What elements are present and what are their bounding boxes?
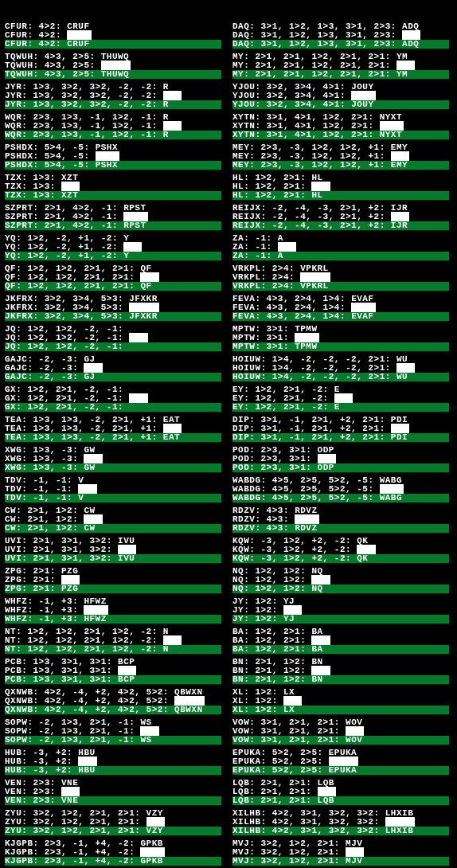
row: XILHB: 4>2, 3>1, 3>2, 3>2: LHXIB <box>232 827 449 835</box>
suffix: LHXIB <box>385 826 414 835</box>
row: KQW: -3, 1>2, +2, -2: QK <box>232 554 449 563</box>
row: HOIUW: 1>4, -2, -2, -2, 2>1: WU <box>232 373 449 381</box>
suffix: CRUF <box>67 39 89 49</box>
prefix: KQW: -3, 1>2, +2, -2: <box>232 553 357 563</box>
group-zpg: ZPG: 2>1: PZGZPG: 2>1: ZPG: 2>1: PZG <box>5 567 221 593</box>
suffix: Y <box>123 251 129 260</box>
prefix: PSHDX: 5>4, -5: <box>5 160 96 170</box>
suffix: EMY <box>391 160 408 170</box>
suffix: CW <box>84 523 95 533</box>
prefix: DIP: 3>1, -1, 2>1, +2, 2>1: <box>232 432 391 442</box>
row: PCB: 1>3, 3>1, 3>1: BCP <box>5 675 221 684</box>
suffix: IJR <box>391 221 408 230</box>
suffix: EPUKA <box>329 765 357 775</box>
row: JQ: 1>2, 1>2, -2, -1: <box>5 342 221 351</box>
prefix: MY: 2>1, 2>1, 1>2, 2>1, 2>1: <box>232 69 396 79</box>
suffix: YM <box>396 69 408 79</box>
group-hub: HUB: -3, +2: HBUHUB: -3, +2: HUB: -3, +2… <box>5 749 221 775</box>
group-gx: GX: 1>2, 2>1, -2, -1: GX: 1>2, 2>1, -2, … <box>5 385 221 412</box>
suffix: LX <box>283 705 295 714</box>
suffix: NYXT <box>380 130 402 139</box>
row: SZPRT: 2>1, 4>2, -1: RPST <box>5 221 221 230</box>
group-dip: DIP: 3>1, -1, 2>1, +2, 2>1: PDIDIP: 3>1,… <box>232 416 449 442</box>
suffix: TPMW <box>295 342 317 351</box>
suffix: PSHX <box>96 160 118 170</box>
group-kjgpb: KJGPB: 2>3, -1, +4, -2: GPKBKJGPB: 2>3, … <box>5 839 221 866</box>
row: ZPG: 2>1: PZG <box>5 585 221 593</box>
row: GAJC: -2, -3: GJ <box>5 373 221 381</box>
suffix: WOV <box>346 735 362 745</box>
group-lqb: LQB: 2>1, 2>1: LQBLQB: 2>1, 2>1: LQB: 2>… <box>232 779 449 805</box>
group-tqwuh: TQWUH: 4>3, 2>5: THUWQTQWUH: 4>3, 2>5: T… <box>5 53 221 79</box>
group-zyu: ZYU: 3>2, 1>2, 2>1, 2>1: VZYZYU: 3>2, 1>… <box>5 809 221 835</box>
row: QXNWB: 4>2, -4, +2, 4>2, 5>2: QBWXN <box>5 706 221 714</box>
group-ba: BA: 1>2, 2>1: BABA: 1>2, 2>1: BA: 1>2, 2… <box>232 628 449 654</box>
row: DIP: 3>1, -1, 2>1, +2, 2>1: PDI <box>232 433 449 442</box>
group-pod: POD: 2>3, 3>1: ODPPOD: 2>3, 3>1: POD: 2>… <box>232 446 449 472</box>
prefix: WHFZ: -1, +3: <box>5 614 84 624</box>
row: TEA: 1>3, 1>3, -2, 2>1, +1: EAT <box>5 433 221 442</box>
suffix: WS <box>140 735 151 745</box>
row: EY: 1>2, 2>1, -2: E <box>232 403 449 412</box>
row: TZX: 1>3: XZT <box>5 191 221 200</box>
prefix: JY: 1>2: <box>232 614 283 624</box>
suffix: GPKB <box>140 856 162 866</box>
prefix: HL: 1>2, 2>1: <box>232 190 311 200</box>
group-szprt: SZPRT: 2>1, 4>2, -1: RPSTSZPRT: 2>1, 4>2… <box>5 204 221 230</box>
suffix: QBWXN <box>174 705 203 714</box>
prefix: HUB: -3, +2: <box>5 765 78 775</box>
group-xytn: XYTN: 3>1, 4>1, 1>2, 2>1: NYXTXYTN: 3>1,… <box>232 113 449 139</box>
suffix: PDI <box>391 432 408 442</box>
row: BN: 2>1, 1>2: BN <box>232 675 449 684</box>
group-hoiuw: HOIUW: 1>4, -2, -2, -2, 2>1: WUHOIUW: 1>… <box>232 355 449 381</box>
prefix: FEVA: 4>3, 2>4, 1>4: <box>232 311 351 321</box>
row: TQWUH: 4>3, 2>5: THUWQ <box>5 70 221 79</box>
prefix: NQ: 1>2, 1>2: <box>232 584 311 593</box>
row: HL: 1>2, 2>1: HL <box>232 191 449 200</box>
group-sopw: SOPW: -2, 1>3, 2>1, -1: WSSOPW: -2, 1>3,… <box>5 718 221 745</box>
group-feva: FEVA: 4>3, 2>4, 1>4: EVAFFEVA: 4>3, 2>4,… <box>232 295 449 321</box>
prefix: XILHB: 4>2, 3>1, 3>2, 3>2: <box>232 826 385 835</box>
group-wqr: WQR: 2>3, 1>3, -1, 1>2, -1: RWQR: 2>3, 1… <box>5 113 221 139</box>
prefix: MVJ: 3>2, 1>2, 2>1: <box>232 856 346 866</box>
group-kqw: KQW: -3, 1>2, +2, -2: QKKQW: -3, 1>2, +2… <box>232 537 449 563</box>
group-rdzv: RDZV: 4>3: RDVZRDZV: 4>3: RDZV: 4>3: RDV… <box>232 506 449 533</box>
group-wabdg: WABDG: 4>5, 2>5, 5>2, -5: WABGWABDG: 4>5… <box>232 476 449 502</box>
prefix: CW: 2>1, 1>2: <box>5 523 84 533</box>
row: CW: 2>1, 1>2: CW <box>5 524 221 533</box>
row: XWG: 1>3, -3: GW <box>5 463 221 472</box>
suffix: V <box>78 493 84 502</box>
group-my: MY: 2>1, 2>1, 1>2, 2>1, 2>1: YMMY: 2>1, … <box>232 53 449 79</box>
row: EPUKA: 5>2, 2>5: EPUKA <box>232 766 449 775</box>
suffix: HBU <box>78 765 95 775</box>
prefix: TZX: 1>3: <box>5 190 61 200</box>
group-epuka: EPUKA: 5>2, 2>5: EPUKAEPUKA: 5>2, 2>5: E… <box>232 749 449 775</box>
group-xilhb: XILHB: 4>2, 3>1, 3>2, 3>2: LHXIBXILHB: 4… <box>232 809 449 835</box>
prefix: CFUR: 4>2: <box>5 39 67 49</box>
prefix: BN: 2>1, 1>2: <box>232 674 311 684</box>
prefix: SOPW: -2, 1>3, 2>1, -1: <box>5 735 140 745</box>
row: REIJX: -2, -4, -3, 2>1, +2: IJR <box>232 221 449 230</box>
suffix: WU <box>396 372 408 381</box>
prefix: YQ: 1>2, -2, +1, -2: <box>5 251 123 260</box>
prefix: SZPRT: 2>1, 4>2, -1: <box>5 221 123 230</box>
suffix: BN <box>311 674 322 684</box>
group-vrkpl: VRKPL: 2>4: VPKRLVRKPL: 2>4: VRKPL: 2>4:… <box>232 264 449 291</box>
prefix: GX: 1>2, 2>1, -2, -1: <box>5 402 129 412</box>
suffix <box>129 333 147 342</box>
prefix: PCB: 1>3, 3>1, 3>1: <box>5 674 118 684</box>
row: LQB: 2>1, 2>1: LQB <box>232 796 449 805</box>
suffix: IVU <box>118 553 135 563</box>
row: RDZV: 4>3: RDVZ <box>232 524 449 533</box>
suffix: NQ <box>311 584 322 593</box>
group-pcb: PCB: 1>3, 3>1, 3>1: BCPPCB: 1>3, 3>1, 3>… <box>5 658 221 684</box>
prefix: UVI: 2>1, 3>1, 3>2: <box>5 553 118 563</box>
prefix: BA: 1>2, 2>1: <box>232 644 311 654</box>
row: JY: 1>2: YJ <box>232 615 449 624</box>
suffix: EVAF <box>351 311 373 321</box>
suffix: GW <box>84 463 95 472</box>
suffix: EAT <box>163 432 180 442</box>
row: YJOU: 3>2, 3>4, 4>1: JOUY <box>232 100 449 109</box>
group-yjou: YJOU: 3>2, 3>4, 4>1: JOUYYJOU: 3>2, 3>4,… <box>232 83 449 109</box>
suffix: RDVZ <box>295 523 317 533</box>
